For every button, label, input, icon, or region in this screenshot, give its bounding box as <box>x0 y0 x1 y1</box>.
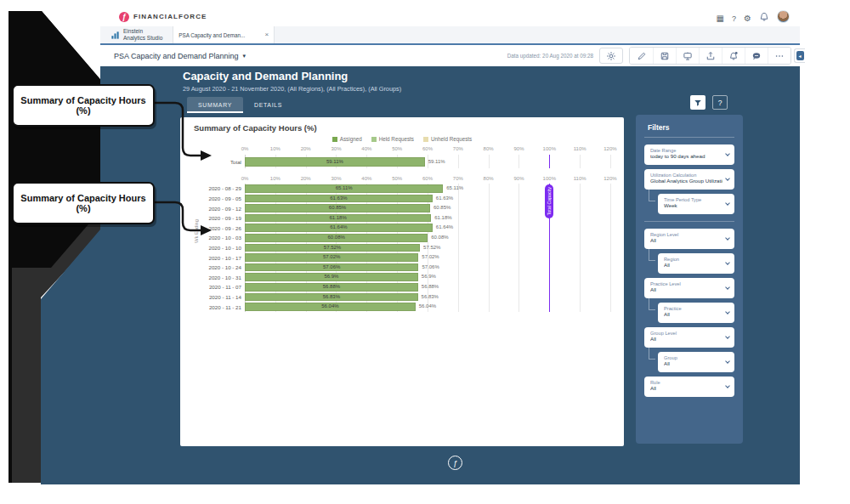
x-tick-label: 120% <box>604 146 616 151</box>
bar-value-inside: 60.85% <box>245 204 430 212</box>
x-tick-label: 0% <box>241 146 249 151</box>
bar-value-outside: 60.08% <box>431 234 448 242</box>
filter-button[interactable] <box>690 95 706 110</box>
x-tick-label: 80% <box>484 176 494 181</box>
gridline <box>580 155 581 168</box>
filter-value: All <box>650 385 722 392</box>
x-tick-label: 100% <box>543 146 556 151</box>
filter-value: Global Analytics Group Utilization <box>650 178 722 184</box>
tab-psa-capacity[interactable]: PSA Capacity and Deman... × <box>173 26 275 43</box>
bar-value-inside: 57.06% <box>245 263 418 272</box>
toolbar-button-group <box>629 47 791 65</box>
bar-value-outside: 59.11% <box>428 157 445 167</box>
bell-dot-button[interactable] <box>722 48 745 64</box>
filter-dropdown-group[interactable]: GroupAll <box>658 352 734 372</box>
page-subtitle: 29 August 2020 - 21 November 2020, (All … <box>183 85 401 93</box>
x-tick-label: 20% <box>301 176 311 181</box>
bar-value-outside: 61.63% <box>436 195 453 203</box>
gridline <box>518 184 519 312</box>
dashboard-picker[interactable]: PSA Capacity and Demand Planning <box>114 52 239 60</box>
filter-value: All <box>664 311 722 318</box>
category-label: 2020 - 11 - 14 <box>182 294 241 300</box>
bar-value-outside: 57.02% <box>422 253 439 262</box>
x-tick-label: 30% <box>331 176 341 181</box>
x-tick-label: 60% <box>422 146 433 151</box>
divider <box>644 137 734 138</box>
weekly-bar-chart: 0%10%20%30%40%50%60%70%80%90%100%110%120… <box>180 176 624 317</box>
bar-value-outside: 56.88% <box>422 283 439 292</box>
bar-value-inside: 56.9% <box>245 273 418 281</box>
filter-dropdown-region[interactable]: RegionAll <box>658 253 734 274</box>
category-label: 2020 - 11 - 07 <box>182 284 241 290</box>
filter-dropdown-group-level[interactable]: Group LevelAll <box>644 327 734 348</box>
filter-list: Date Rangetoday to 90 days aheadUtilizat… <box>636 144 743 397</box>
hierarchy-connector <box>649 295 655 310</box>
filter-dropdown-practice-level[interactable]: Practice LevelAll <box>644 278 734 298</box>
chevron-down-icon <box>725 151 730 156</box>
legend-item[interactable]: Unheld Requests <box>423 136 472 142</box>
filter-dropdown-utilization-calculation[interactable]: Utilization CalculationGlobal Analytics … <box>644 169 734 190</box>
chevron-down-icon <box>725 201 730 206</box>
bar-value-inside: 57.52% <box>245 244 420 252</box>
category-label: 2020 - 09 - 05 <box>182 195 241 201</box>
tab-details[interactable]: DETAILS <box>243 97 293 113</box>
chevron-down-icon <box>725 260 730 265</box>
chevron-down-icon <box>725 334 730 339</box>
app-toolbar: PSA Capacity and Demand Planning ▾ Data … <box>100 45 800 66</box>
dashboard-tabs: SUMMARY DETAILS <box>187 97 293 113</box>
gridline <box>489 155 490 168</box>
x-tick-label: 70% <box>453 146 463 151</box>
avatar[interactable] <box>777 10 790 23</box>
save-button[interactable] <box>653 48 676 64</box>
gridline <box>610 155 611 168</box>
bar-value-outside: 57.52% <box>423 244 440 252</box>
x-tick-label: 110% <box>574 146 586 151</box>
brand-name: FINANCIALFORCE <box>133 13 207 20</box>
more-button[interactable] <box>768 48 790 64</box>
filters-title: Filters <box>648 123 731 132</box>
tab-summary[interactable]: SUMMARY <box>187 97 243 113</box>
share-button[interactable] <box>699 48 722 64</box>
bar-value-outside: 61.64% <box>436 224 453 232</box>
collapse-panel-toggle[interactable]: ◂ <box>794 48 805 63</box>
pencil-button[interactable] <box>630 48 653 64</box>
total-capacity-flag: Total Capacity <box>545 184 553 218</box>
bar-value-inside: 60.08% <box>245 234 428 242</box>
close-tab-icon[interactable]: × <box>265 31 269 38</box>
filter-value: All <box>650 286 722 293</box>
filter-dropdown-date-range[interactable]: Date Rangetoday to 90 days ahead <box>644 144 734 165</box>
x-tick-label: 20% <box>301 146 311 151</box>
tab-label: PSA Capacity and Deman... <box>178 32 245 38</box>
help-button[interactable]: ? <box>712 95 728 110</box>
filter-dropdown-time-period-type[interactable]: Time Period TypeWeek <box>658 194 734 214</box>
notifications-icon[interactable] <box>759 12 769 22</box>
x-tick-label: 30% <box>331 146 341 151</box>
chevron-down-icon[interactable]: ▾ <box>243 53 246 59</box>
help-icon[interactable]: ? <box>732 9 736 25</box>
y-axis-label: Wk Ending <box>194 219 199 243</box>
x-tick-label: 90% <box>513 146 524 151</box>
filter-value: All <box>650 237 722 244</box>
analytics-studio-home[interactable]: Einstein Analytics Studio <box>100 26 173 43</box>
app-header: ƒ FINANCIALFORCE ▦?⚙ <box>100 7 800 26</box>
divider <box>644 221 734 222</box>
x-tick-label: 120% <box>604 176 616 181</box>
legend-item[interactable]: Assigned <box>332 136 362 142</box>
app-launcher-icon[interactable]: ▦ <box>717 9 724 25</box>
setup-icon[interactable]: ⚙ <box>744 9 751 25</box>
present-button[interactable] <box>676 48 699 64</box>
gridline <box>610 184 611 312</box>
category-label: 2020 - 11 - 21 <box>182 304 241 310</box>
bar-value-outside: 61.18% <box>434 214 451 223</box>
category-label: 2020 - 10 - 24 <box>182 264 241 270</box>
x-tick-label: 10% <box>270 176 280 181</box>
chat-button[interactable] <box>745 48 768 64</box>
filter-dropdown-role[interactable]: RoleAll <box>644 377 734 397</box>
legend-item[interactable]: Held Requests <box>371 136 414 142</box>
filter-dropdown-practice[interactable]: PracticeAll <box>658 303 734 323</box>
sun-button[interactable] <box>599 48 623 64</box>
funnel-icon <box>694 99 702 107</box>
hierarchy-connector <box>649 186 655 201</box>
legend-swatch <box>423 137 428 142</box>
filter-dropdown-region-level[interactable]: Region LevelAll <box>644 229 734 249</box>
